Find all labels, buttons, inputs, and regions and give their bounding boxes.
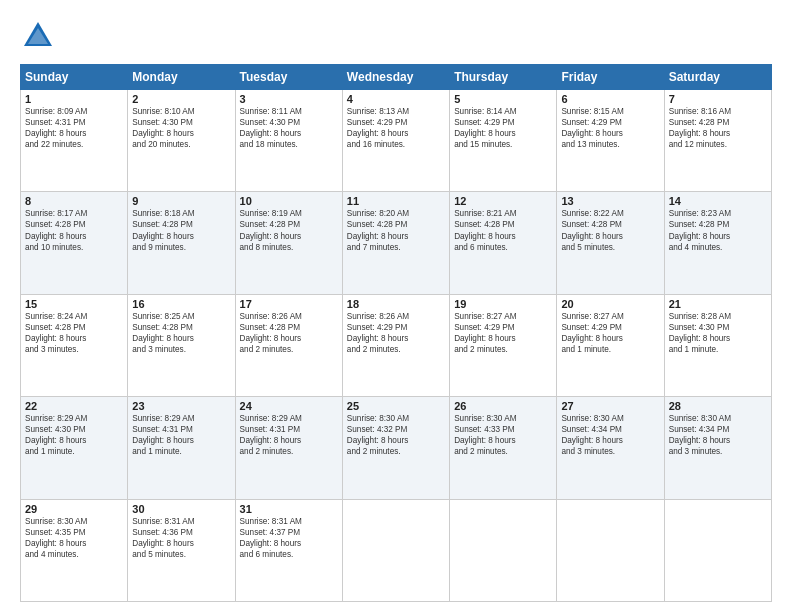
- table-row: 15Sunrise: 8:24 AMSunset: 4:28 PMDayligh…: [21, 294, 128, 396]
- day-number: 22: [25, 400, 123, 412]
- day-number: 9: [132, 195, 230, 207]
- day-header-sunday: Sunday: [21, 65, 128, 90]
- day-header-saturday: Saturday: [664, 65, 771, 90]
- calendar-week-row: 15Sunrise: 8:24 AMSunset: 4:28 PMDayligh…: [21, 294, 772, 396]
- cell-info: Sunrise: 8:13 AMSunset: 4:29 PMDaylight:…: [347, 106, 445, 150]
- table-row: [450, 499, 557, 601]
- day-number: 15: [25, 298, 123, 310]
- cell-info: Sunrise: 8:23 AMSunset: 4:28 PMDaylight:…: [669, 208, 767, 252]
- day-number: 2: [132, 93, 230, 105]
- table-row: 12Sunrise: 8:21 AMSunset: 4:28 PMDayligh…: [450, 192, 557, 294]
- day-header-friday: Friday: [557, 65, 664, 90]
- table-row: [664, 499, 771, 601]
- cell-info: Sunrise: 8:27 AMSunset: 4:29 PMDaylight:…: [561, 311, 659, 355]
- day-number: 25: [347, 400, 445, 412]
- day-number: 1: [25, 93, 123, 105]
- day-number: 26: [454, 400, 552, 412]
- cell-info: Sunrise: 8:21 AMSunset: 4:28 PMDaylight:…: [454, 208, 552, 252]
- calendar-week-row: 29Sunrise: 8:30 AMSunset: 4:35 PMDayligh…: [21, 499, 772, 601]
- table-row: 4Sunrise: 8:13 AMSunset: 4:29 PMDaylight…: [342, 90, 449, 192]
- cell-info: Sunrise: 8:19 AMSunset: 4:28 PMDaylight:…: [240, 208, 338, 252]
- table-row: 23Sunrise: 8:29 AMSunset: 4:31 PMDayligh…: [128, 397, 235, 499]
- day-number: 29: [25, 503, 123, 515]
- cell-info: Sunrise: 8:31 AMSunset: 4:36 PMDaylight:…: [132, 516, 230, 560]
- table-row: 21Sunrise: 8:28 AMSunset: 4:30 PMDayligh…: [664, 294, 771, 396]
- table-row: 17Sunrise: 8:26 AMSunset: 4:28 PMDayligh…: [235, 294, 342, 396]
- cell-info: Sunrise: 8:10 AMSunset: 4:30 PMDaylight:…: [132, 106, 230, 150]
- table-row: 11Sunrise: 8:20 AMSunset: 4:28 PMDayligh…: [342, 192, 449, 294]
- cell-info: Sunrise: 8:11 AMSunset: 4:30 PMDaylight:…: [240, 106, 338, 150]
- cell-info: Sunrise: 8:30 AMSunset: 4:35 PMDaylight:…: [25, 516, 123, 560]
- table-row: 7Sunrise: 8:16 AMSunset: 4:28 PMDaylight…: [664, 90, 771, 192]
- cell-info: Sunrise: 8:24 AMSunset: 4:28 PMDaylight:…: [25, 311, 123, 355]
- table-row: 19Sunrise: 8:27 AMSunset: 4:29 PMDayligh…: [450, 294, 557, 396]
- cell-info: Sunrise: 8:27 AMSunset: 4:29 PMDaylight:…: [454, 311, 552, 355]
- day-number: 31: [240, 503, 338, 515]
- day-number: 8: [25, 195, 123, 207]
- cell-info: Sunrise: 8:30 AMSunset: 4:34 PMDaylight:…: [561, 413, 659, 457]
- cell-info: Sunrise: 8:22 AMSunset: 4:28 PMDaylight:…: [561, 208, 659, 252]
- day-number: 5: [454, 93, 552, 105]
- table-row: 31Sunrise: 8:31 AMSunset: 4:37 PMDayligh…: [235, 499, 342, 601]
- day-number: 7: [669, 93, 767, 105]
- day-number: 28: [669, 400, 767, 412]
- day-number: 18: [347, 298, 445, 310]
- table-row: 30Sunrise: 8:31 AMSunset: 4:36 PMDayligh…: [128, 499, 235, 601]
- day-number: 30: [132, 503, 230, 515]
- table-row: 1Sunrise: 8:09 AMSunset: 4:31 PMDaylight…: [21, 90, 128, 192]
- day-number: 16: [132, 298, 230, 310]
- table-row: 18Sunrise: 8:26 AMSunset: 4:29 PMDayligh…: [342, 294, 449, 396]
- table-row: 6Sunrise: 8:15 AMSunset: 4:29 PMDaylight…: [557, 90, 664, 192]
- page: SundayMondayTuesdayWednesdayThursdayFrid…: [0, 0, 792, 612]
- cell-info: Sunrise: 8:18 AMSunset: 4:28 PMDaylight:…: [132, 208, 230, 252]
- day-number: 12: [454, 195, 552, 207]
- cell-info: Sunrise: 8:31 AMSunset: 4:37 PMDaylight:…: [240, 516, 338, 560]
- day-number: 17: [240, 298, 338, 310]
- cell-info: Sunrise: 8:29 AMSunset: 4:31 PMDaylight:…: [240, 413, 338, 457]
- table-row: 3Sunrise: 8:11 AMSunset: 4:30 PMDaylight…: [235, 90, 342, 192]
- table-row: [557, 499, 664, 601]
- calendar-table: SundayMondayTuesdayWednesdayThursdayFrid…: [20, 64, 772, 602]
- table-row: 16Sunrise: 8:25 AMSunset: 4:28 PMDayligh…: [128, 294, 235, 396]
- day-number: 23: [132, 400, 230, 412]
- table-row: 20Sunrise: 8:27 AMSunset: 4:29 PMDayligh…: [557, 294, 664, 396]
- table-row: 14Sunrise: 8:23 AMSunset: 4:28 PMDayligh…: [664, 192, 771, 294]
- cell-info: Sunrise: 8:15 AMSunset: 4:29 PMDaylight:…: [561, 106, 659, 150]
- calendar-week-row: 22Sunrise: 8:29 AMSunset: 4:30 PMDayligh…: [21, 397, 772, 499]
- day-number: 6: [561, 93, 659, 105]
- day-number: 27: [561, 400, 659, 412]
- day-number: 24: [240, 400, 338, 412]
- day-header-wednesday: Wednesday: [342, 65, 449, 90]
- day-number: 13: [561, 195, 659, 207]
- day-number: 19: [454, 298, 552, 310]
- cell-info: Sunrise: 8:30 AMSunset: 4:32 PMDaylight:…: [347, 413, 445, 457]
- day-number: 21: [669, 298, 767, 310]
- cell-info: Sunrise: 8:28 AMSunset: 4:30 PMDaylight:…: [669, 311, 767, 355]
- cell-info: Sunrise: 8:29 AMSunset: 4:30 PMDaylight:…: [25, 413, 123, 457]
- day-header-thursday: Thursday: [450, 65, 557, 90]
- calendar-week-row: 1Sunrise: 8:09 AMSunset: 4:31 PMDaylight…: [21, 90, 772, 192]
- table-row: 9Sunrise: 8:18 AMSunset: 4:28 PMDaylight…: [128, 192, 235, 294]
- table-row: 13Sunrise: 8:22 AMSunset: 4:28 PMDayligh…: [557, 192, 664, 294]
- cell-info: Sunrise: 8:16 AMSunset: 4:28 PMDaylight:…: [669, 106, 767, 150]
- table-row: 28Sunrise: 8:30 AMSunset: 4:34 PMDayligh…: [664, 397, 771, 499]
- table-row: 24Sunrise: 8:29 AMSunset: 4:31 PMDayligh…: [235, 397, 342, 499]
- table-row: 29Sunrise: 8:30 AMSunset: 4:35 PMDayligh…: [21, 499, 128, 601]
- day-number: 10: [240, 195, 338, 207]
- table-row: 25Sunrise: 8:30 AMSunset: 4:32 PMDayligh…: [342, 397, 449, 499]
- cell-info: Sunrise: 8:30 AMSunset: 4:33 PMDaylight:…: [454, 413, 552, 457]
- cell-info: Sunrise: 8:17 AMSunset: 4:28 PMDaylight:…: [25, 208, 123, 252]
- cell-info: Sunrise: 8:26 AMSunset: 4:29 PMDaylight:…: [347, 311, 445, 355]
- logo-icon: [20, 18, 56, 54]
- table-row: 22Sunrise: 8:29 AMSunset: 4:30 PMDayligh…: [21, 397, 128, 499]
- cell-info: Sunrise: 8:14 AMSunset: 4:29 PMDaylight:…: [454, 106, 552, 150]
- table-row: [342, 499, 449, 601]
- day-number: 3: [240, 93, 338, 105]
- table-row: 8Sunrise: 8:17 AMSunset: 4:28 PMDaylight…: [21, 192, 128, 294]
- table-row: 10Sunrise: 8:19 AMSunset: 4:28 PMDayligh…: [235, 192, 342, 294]
- day-header-tuesday: Tuesday: [235, 65, 342, 90]
- cell-info: Sunrise: 8:29 AMSunset: 4:31 PMDaylight:…: [132, 413, 230, 457]
- table-row: 2Sunrise: 8:10 AMSunset: 4:30 PMDaylight…: [128, 90, 235, 192]
- logo: [20, 18, 60, 54]
- day-number: 14: [669, 195, 767, 207]
